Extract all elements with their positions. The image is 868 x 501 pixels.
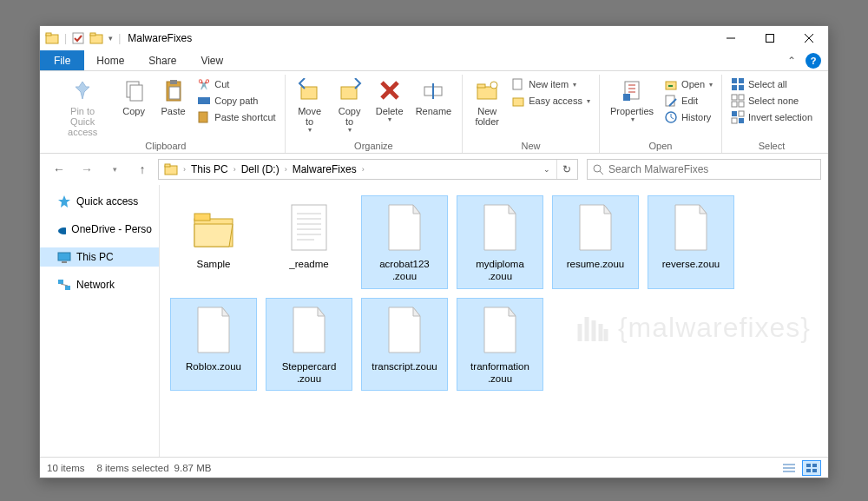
file-item[interactable]: Roblox.zouu bbox=[170, 298, 257, 392]
file-list[interactable]: Sample_readmeacrobat123.zouumydiploma.zo… bbox=[160, 185, 828, 457]
paste-icon bbox=[160, 76, 187, 104]
file-name: tranformation.zouu bbox=[470, 361, 529, 386]
status-bar: 10 items 8 items selected 9.87 MB bbox=[40, 457, 828, 478]
file-item[interactable]: reverse.zouu bbox=[648, 195, 734, 289]
copy-path-button[interactable]: Copy path bbox=[194, 93, 279, 109]
ribbon-group-open: Properties▾ Open▾ Edit History Open bbox=[600, 75, 722, 153]
up-button[interactable]: ↑ bbox=[130, 157, 155, 181]
svg-rect-68 bbox=[806, 469, 811, 472]
paste-button[interactable]: Paste bbox=[155, 75, 192, 118]
scissors-icon: ✂️ bbox=[197, 77, 211, 91]
minimize-button[interactable] bbox=[711, 26, 750, 50]
svg-rect-42 bbox=[732, 118, 737, 123]
file-name: Roblox.zouu bbox=[186, 361, 241, 373]
breadcrumb-segment[interactable]: Dell (D:) bbox=[238, 163, 283, 175]
new-folder-button[interactable]: New folder bbox=[468, 75, 506, 129]
file-item[interactable]: Steppercard.zouu bbox=[266, 298, 352, 392]
pin-to-quick-access-button[interactable]: Pin to Quick access bbox=[52, 75, 113, 139]
file-thumb bbox=[281, 302, 337, 358]
edit-button[interactable]: Edit bbox=[661, 93, 716, 109]
new-item-button[interactable]: New item▾ bbox=[508, 76, 594, 92]
file-name: _readme bbox=[289, 259, 328, 271]
file-item[interactable]: _readme bbox=[266, 195, 352, 289]
cut-button[interactable]: ✂️Cut bbox=[194, 76, 279, 92]
file-thumb bbox=[568, 200, 623, 255]
help-button[interactable]: ? bbox=[806, 53, 821, 69]
refresh-button[interactable]: ↻ bbox=[556, 160, 575, 179]
rename-icon bbox=[419, 76, 447, 104]
copy-button[interactable]: Copy bbox=[115, 75, 152, 118]
large-icons-view-button[interactable] bbox=[802, 460, 821, 476]
tab-share[interactable]: Share bbox=[136, 50, 188, 70]
title-bar: | ▾ | MalwareFixes bbox=[40, 26, 828, 50]
history-button[interactable]: History bbox=[661, 109, 716, 125]
file-name: mydiploma.zouu bbox=[476, 259, 524, 283]
move-to-icon bbox=[296, 76, 324, 104]
back-button[interactable]: ← bbox=[47, 157, 71, 181]
tab-home[interactable]: Home bbox=[84, 50, 136, 70]
select-none-button[interactable]: Select none bbox=[727, 93, 816, 109]
delete-button[interactable]: Delete▾ bbox=[371, 75, 409, 126]
easy-access-button[interactable]: Easy access▾ bbox=[508, 93, 594, 109]
file-item[interactable]: acrobat123.zouu bbox=[361, 195, 448, 289]
address-bar[interactable]: › This PC› Dell (D:)› MalwareFixes› ⌄ ↻ bbox=[158, 159, 578, 180]
breadcrumb-segment[interactable]: This PC bbox=[187, 163, 232, 175]
svg-rect-28 bbox=[623, 94, 630, 101]
copy-to-button[interactable]: Copy to▾ bbox=[331, 75, 369, 136]
search-box[interactable] bbox=[587, 159, 821, 180]
svg-rect-45 bbox=[165, 164, 170, 167]
recent-locations-button[interactable]: ▾ bbox=[102, 157, 127, 181]
sidebar-item-network[interactable]: Network bbox=[40, 275, 159, 294]
file-thumb bbox=[472, 302, 528, 358]
svg-rect-55 bbox=[194, 214, 210, 221]
file-item[interactable]: resume.zouu bbox=[552, 195, 639, 289]
file-thumb bbox=[663, 200, 719, 255]
invert-selection-icon bbox=[731, 110, 745, 124]
open-icon bbox=[664, 77, 678, 91]
history-icon bbox=[664, 110, 678, 124]
invert-selection-button[interactable]: Invert selection bbox=[727, 109, 816, 125]
file-item[interactable]: tranformation.zouu bbox=[457, 298, 543, 392]
sidebar-item-this-pc[interactable]: This PC bbox=[40, 247, 159, 267]
file-thumb bbox=[281, 200, 337, 255]
star-icon bbox=[57, 194, 71, 208]
address-dropdown-button[interactable]: ⌄ bbox=[539, 165, 555, 174]
properties-icon bbox=[618, 76, 646, 104]
search-input[interactable] bbox=[608, 163, 820, 175]
folder-icon bbox=[164, 162, 178, 176]
select-all-button[interactable]: Select all bbox=[727, 76, 816, 92]
folder-icon bbox=[45, 31, 59, 45]
move-to-button[interactable]: Move to▾ bbox=[291, 75, 329, 136]
file-item[interactable]: Sample bbox=[170, 195, 257, 289]
properties-button[interactable]: Properties▾ bbox=[605, 75, 659, 126]
breadcrumb-segment[interactable]: MalwareFixes bbox=[289, 163, 360, 175]
copy-path-icon bbox=[197, 94, 211, 108]
forward-button[interactable]: → bbox=[75, 157, 99, 181]
maximize-button[interactable] bbox=[750, 26, 789, 50]
collapse-ribbon-button[interactable]: ⌃ bbox=[781, 50, 802, 70]
file-item[interactable]: mydiploma.zouu bbox=[457, 195, 543, 289]
open-button[interactable]: Open▾ bbox=[661, 76, 716, 92]
file-item[interactable]: transcript.zouu bbox=[361, 298, 448, 392]
svg-rect-50 bbox=[62, 261, 67, 263]
svg-rect-43 bbox=[739, 118, 744, 123]
svg-rect-36 bbox=[732, 95, 737, 100]
tab-file[interactable]: File bbox=[40, 50, 84, 70]
ribbon-group-clipboard: Pin to Quick access Copy Paste ✂️Cut Cop… bbox=[47, 75, 286, 153]
rename-button[interactable]: Rename bbox=[411, 75, 457, 118]
details-view-button[interactable] bbox=[779, 460, 799, 476]
sidebar-item-quick-access[interactable]: Quick access bbox=[40, 192, 159, 211]
monitor-icon bbox=[57, 250, 71, 264]
paste-shortcut-button[interactable]: Paste shortcut bbox=[194, 109, 279, 125]
pin-icon bbox=[69, 76, 96, 104]
svg-line-53 bbox=[61, 284, 68, 286]
network-icon bbox=[57, 278, 71, 292]
svg-rect-23 bbox=[477, 84, 485, 88]
copy-icon bbox=[120, 76, 148, 104]
status-item-count: 10 items bbox=[47, 463, 84, 473]
sidebar-item-onedrive[interactable]: OneDrive - Perso bbox=[40, 220, 159, 239]
tab-view[interactable]: View bbox=[188, 50, 235, 70]
close-button[interactable] bbox=[789, 26, 828, 50]
cloud-icon bbox=[57, 222, 66, 236]
checkbox-icon[interactable] bbox=[72, 32, 84, 44]
